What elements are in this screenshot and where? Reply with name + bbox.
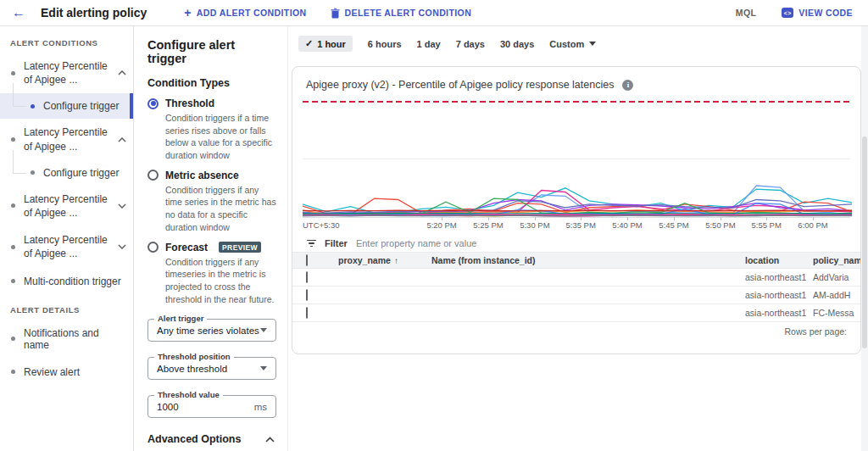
row-checkbox[interactable] [306, 289, 308, 301]
chart-title-row: Apigee proxy (v2) - Percentile of Apigee… [306, 79, 633, 91]
sidebar-item-condition-4[interactable]: Latency Percentile of Apigee ... [0, 226, 133, 267]
step-bullet [11, 245, 15, 249]
add-alert-condition-button[interactable]: + ADD ALERT CONDITION [184, 7, 306, 19]
check-icon: ✓ [305, 38, 313, 49]
unit-suffix: ms [254, 402, 267, 412]
sidebar-item-condition-3[interactable]: Latency Percentile of Apigee ... [0, 186, 133, 226]
time-range-6-hours[interactable]: 6 hours [368, 39, 402, 49]
column-header-instance-name[interactable]: Name (from instance_id) [431, 255, 745, 265]
radio-unselected-icon [147, 242, 159, 253]
x-axis-baseline [303, 217, 850, 218]
radio-metric-absence[interactable]: Metric absence [147, 170, 276, 181]
radio-selected-icon [147, 98, 159, 109]
preview-panel: ✓ 1 hour 6 hours 1 day 7 days 30 days Cu… [288, 26, 868, 451]
sidebar-item-configure-trigger-1[interactable]: Configure trigger [0, 93, 133, 119]
x-axis-label: 6:00 PM [798, 220, 827, 230]
x-axis-labels: UTC+5:305:20 PM5:25 PM5:30 PM5:35 PM5:40… [303, 220, 850, 231]
condition-types-label: Condition Types [147, 77, 276, 89]
latency-chart [303, 101, 850, 217]
table-row[interactable]: asia-northeast1 AddVaria [292, 269, 860, 287]
time-series-plot [303, 101, 852, 217]
forecast-description: Condition triggers if any timeseries in … [165, 256, 276, 306]
configure-trigger-panel: Configure alert trigger Condition Types … [135, 26, 288, 451]
chevron-down-icon[interactable] [118, 203, 126, 209]
scrollbar-thumb[interactable] [862, 136, 867, 348]
table-row[interactable]: asia-northeast1 AM-addH [292, 287, 860, 304]
step-bullet [11, 203, 15, 208]
panel-title: Configure alert trigger [147, 38, 276, 65]
filter-icon [306, 240, 316, 248]
mql-toggle[interactable]: MQL [736, 8, 757, 18]
step-bullet [11, 279, 15, 283]
back-arrow-icon[interactable]: ← [12, 6, 25, 19]
delete-alert-condition-button[interactable]: DELETE ALERT CONDITION [331, 7, 472, 19]
alert-trigger-select[interactable]: Alert trigger Any time series violates [147, 319, 276, 342]
view-code-button[interactable]: <> VIEW CODE [782, 8, 853, 18]
select-all-checkbox[interactable] [306, 254, 308, 266]
column-header-policy-name[interactable]: policy_name [813, 255, 861, 265]
x-axis-label: 5:55 PM [751, 220, 781, 230]
table-header: proxy_name ↑ Name (from instance_id) loc… [292, 252, 860, 269]
alert-steps-sidebar: ALERT CONDITIONS Latency Percentile of A… [0, 26, 134, 451]
x-axis-label: 5:35 PM [565, 220, 595, 230]
sidebar-item-configure-trigger-2[interactable]: Configure trigger [0, 160, 133, 186]
sidebar-item-notifications-and-name[interactable]: Notifications and name [0, 320, 133, 359]
step-bullet-active [31, 104, 35, 109]
trash-icon [331, 8, 340, 19]
sidebar-item-multi-condition-trigger[interactable]: Multi-condition trigger [0, 268, 133, 295]
page-title: Edit alerting policy [41, 6, 147, 19]
rows-per-page-label: Rows per page: [784, 326, 847, 337]
time-range-30-days[interactable]: 30 days [500, 39, 534, 49]
x-axis-label: 5:30 PM [520, 220, 549, 230]
chevron-down-icon[interactable] [118, 244, 126, 249]
column-header-location[interactable]: location [745, 255, 813, 265]
radio-forecast[interactable]: Forecast PREVIEW [147, 242, 276, 253]
chevron-up-icon[interactable] [118, 137, 126, 142]
step-bullet [31, 170, 35, 175]
step-bullet [11, 337, 15, 341]
radio-unselected-icon [147, 170, 159, 181]
threshold-position-select[interactable]: Threshold position Above threshold [147, 357, 276, 380]
app-header: ← Edit alerting policy + ADD ALERT CONDI… [0, 0, 868, 26]
x-axis-label: 5:45 PM [659, 220, 688, 230]
alert-details-section-label: ALERT DETAILS [0, 302, 133, 320]
selected-indicator-bar [130, 93, 133, 119]
threshold-description: Condition triggers if a time series rise… [165, 112, 276, 162]
advanced-options-toggle[interactable]: Advanced Options [147, 433, 275, 445]
row-checkbox[interactable] [306, 271, 308, 283]
preview-badge: PREVIEW [219, 242, 261, 253]
dropdown-arrow-icon [260, 328, 267, 332]
chevron-up-icon[interactable] [118, 70, 126, 75]
chart-title: Apigee proxy (v2) - Percentile of Apigee… [306, 79, 614, 91]
time-range-1-hour[interactable]: ✓ 1 hour [298, 36, 353, 52]
table-row[interactable]: asia-northeast1 FC-Messa [292, 304, 860, 322]
chevron-up-icon [265, 437, 275, 443]
x-axis-label: 5:50 PM [705, 220, 735, 230]
column-header-proxy-name[interactable]: proxy_name ↑ [338, 255, 431, 265]
time-range-bar: ✓ 1 hour 6 hours 1 day 7 days 30 days Cu… [298, 36, 868, 52]
alert-conditions-section-label: ALERT CONDITIONS [0, 35, 133, 53]
time-range-7-days[interactable]: 7 days [456, 39, 485, 49]
dropdown-arrow-icon [260, 366, 267, 370]
step-bullet [11, 137, 15, 142]
time-range-custom[interactable]: Custom [549, 39, 596, 49]
code-icon: <> [782, 8, 793, 18]
timezone-label: UTC+5:30 [303, 220, 340, 230]
dropdown-arrow-icon [589, 42, 596, 46]
time-range-1-day[interactable]: 1 day [417, 39, 441, 49]
info-icon[interactable]: i [622, 80, 633, 91]
radio-threshold[interactable]: Threshold [147, 97, 276, 109]
plus-icon: + [184, 7, 192, 19]
step-bullet [11, 71, 15, 75]
sort-ascending-icon: ↑ [394, 256, 398, 265]
x-axis-label: 5:20 PM [426, 220, 456, 230]
x-axis-label: 5:40 PM [612, 220, 642, 230]
step-bullet [11, 370, 15, 374]
filter-row: Filter [292, 235, 860, 252]
threshold-value-input[interactable]: Threshold value 1000 ms [147, 395, 276, 418]
row-checkbox[interactable] [306, 307, 308, 319]
page-scrollbar [861, 26, 868, 451]
x-axis-label: 5:25 PM [473, 220, 503, 230]
sidebar-item-review-alert[interactable]: Review alert [0, 359, 133, 386]
filter-input[interactable] [356, 238, 847, 248]
